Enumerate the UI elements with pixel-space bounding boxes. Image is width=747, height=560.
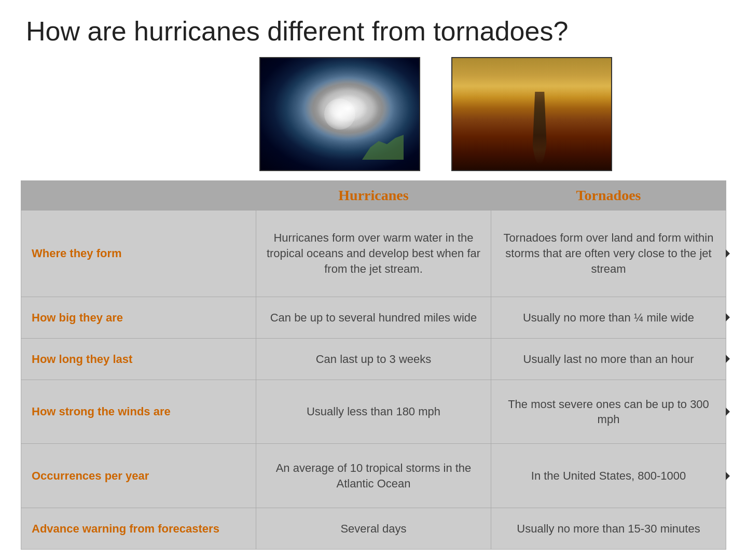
table-row: Occurrences per yearAn average of 10 tro…	[21, 444, 726, 508]
cell-category-3: How strong the winds are	[21, 380, 256, 443]
cell-hurricane-3: Usually less than 180 mph	[256, 380, 491, 443]
header-tornadoes: Tornadoes	[491, 181, 726, 211]
page-title: How are hurricanes different from tornad…	[21, 16, 726, 47]
cell-tornado-3: The most severe ones can be up to 300 mp…	[491, 380, 726, 443]
tornado-photo-img	[452, 58, 611, 170]
cell-category-0: Where they form	[21, 211, 256, 297]
comparison-table: Hurricanes Tornadoes Where they formHurr…	[21, 180, 726, 550]
cell-tornado-0: Tornadoes form over land and form within…	[491, 211, 726, 297]
table-row: How long they lastCan last up to 3 weeks…	[21, 338, 726, 380]
cell-tornado-5: Usually no more than 15-30 minutes	[491, 508, 726, 549]
table-row: Where they formHurricanes form over warm…	[21, 211, 726, 297]
table-row: How strong the winds areUsually less tha…	[21, 380, 726, 443]
table-header-row: Hurricanes Tornadoes	[21, 181, 726, 211]
cell-hurricane-5: Several days	[256, 508, 491, 549]
hurricane-image	[259, 57, 420, 171]
cell-category-1: How big they are	[21, 297, 256, 338]
cell-category-4: Occurrences per year	[21, 444, 256, 508]
images-section	[21, 57, 726, 171]
cell-tornado-4: In the United States, 800-1000	[491, 444, 726, 508]
row-arrow-4	[726, 472, 730, 480]
cell-tornado-2: Usually last no more than an hour	[491, 338, 726, 380]
page: How are hurricanes different from tornad…	[0, 0, 747, 560]
table-row: Advance warning from forecastersSeveral …	[21, 508, 726, 549]
header-category	[21, 181, 256, 211]
cell-category-2: How long they last	[21, 338, 256, 380]
cell-hurricane-0: Hurricanes form over warm water in the t…	[256, 211, 491, 297]
cell-hurricane-1: Can be up to several hundred miles wide	[256, 297, 491, 338]
cell-hurricane-4: An average of 10 tropical storms in the …	[256, 444, 491, 508]
cell-category-5: Advance warning from forecasters	[21, 508, 256, 549]
row-arrow-2	[726, 355, 730, 363]
cell-hurricane-2: Can last up to 3 weeks	[256, 338, 491, 380]
row-arrow-0	[726, 249, 730, 258]
table-row: How big they areCan be up to several hun…	[21, 297, 726, 338]
header-hurricanes: Hurricanes	[256, 181, 491, 211]
row-arrow-1	[726, 313, 730, 321]
cell-tornado-1: Usually no more than ¼ mile wide	[491, 297, 726, 338]
row-arrow-3	[726, 408, 730, 416]
hurricane-satellite-img	[260, 58, 419, 170]
tornado-image	[451, 57, 612, 171]
